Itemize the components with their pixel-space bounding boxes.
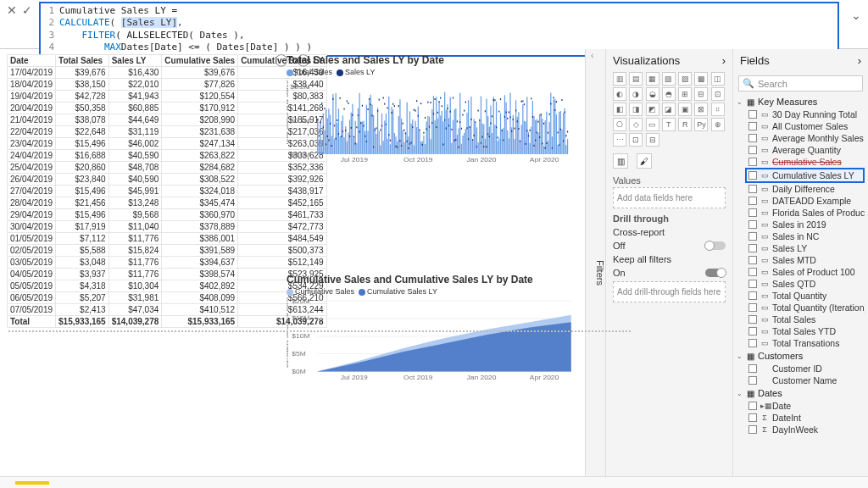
column-header[interactable]: Cumulative Sales: [162, 55, 238, 67]
values-well[interactable]: Add data fields here: [613, 187, 726, 208]
fields-tab-icon[interactable]: ▥: [613, 153, 628, 169]
viz-type-icon[interactable]: ◇: [629, 118, 643, 131]
field-item[interactable]: ΣDayInWeek: [737, 424, 865, 435]
chart-total-sales[interactable]: Total Sales and Sales LY by Date Total S…: [287, 54, 575, 269]
table-row[interactable]: 23/04/2019$15,496$46,002$247,134$263,038: [8, 138, 327, 150]
field-item[interactable]: ▭Average Quantity: [737, 144, 865, 156]
field-item[interactable]: ▭All Customer Sales: [737, 120, 865, 132]
field-item[interactable]: ▭Average Monthly Sales: [737, 132, 865, 144]
chart-cumulative[interactable]: Cumulative Sales and Cumulative Sales LY…: [287, 274, 575, 488]
viz-type-icon[interactable]: ▣: [678, 103, 692, 116]
field-item[interactable]: ▭Sales in NC: [737, 230, 865, 242]
field-group-header[interactable]: ⌄▦Customers: [737, 349, 865, 363]
chevron-right-icon[interactable]: ›: [722, 54, 726, 67]
viz-type-icon[interactable]: ▩: [694, 72, 708, 86]
viz-type-icon[interactable]: ⊡: [629, 133, 643, 147]
cancel-icon[interactable]: ✕: [7, 3, 17, 17]
table-row[interactable]: 28/04/2019$21,456$13,248$345,474$452,165: [8, 197, 327, 209]
cross-report-toggle[interactable]: [705, 241, 726, 250]
table-row[interactable]: 26/04/2019$23,840$40,590$308,522$392,926: [8, 174, 327, 186]
field-item[interactable]: ▭Daily Difference: [737, 183, 865, 195]
field-item[interactable]: ▭Sales of Product 100: [737, 266, 865, 278]
viz-type-icon[interactable]: ◐: [613, 87, 626, 101]
viz-type-icon[interactable]: ▨: [678, 72, 692, 86]
search-input[interactable]: 🔍Search: [738, 75, 863, 92]
viz-type-icon[interactable]: Py: [694, 118, 708, 131]
viz-type-icon[interactable]: ⊕: [711, 118, 725, 131]
field-item[interactable]: ▭30 Day Running Total: [737, 108, 865, 120]
viz-type-icon[interactable]: ⎔: [613, 118, 626, 131]
viz-type-icon[interactable]: ▧: [662, 72, 676, 86]
field-item[interactable]: ▭Sales MTD: [737, 254, 865, 266]
table-row[interactable]: 19/04/2019$42,728$41,943$120,554$80,383: [8, 91, 327, 103]
viz-type-icon[interactable]: ◪: [662, 103, 676, 116]
viz-type-icon[interactable]: ◒: [646, 87, 659, 101]
viz-type-icon[interactable]: ▤: [629, 72, 643, 86]
viz-type-icon[interactable]: ▦: [646, 72, 659, 86]
table-row[interactable]: 03/05/2019$3,048$11,776$394,637$512,149: [8, 257, 327, 269]
field-item[interactable]: Customer ID: [737, 363, 865, 374]
table-row[interactable]: 18/04/2019$38,150$22,010$77,826$38,440: [8, 79, 327, 91]
table-row[interactable]: 22/04/2019$22,648$31,119$231,638$217,036: [8, 126, 327, 138]
table-row[interactable]: 04/05/2019$3,937$11,776$398,574$523,925: [8, 269, 327, 280]
field-item[interactable]: ▭Total Sales: [737, 313, 865, 325]
field-item[interactable]: ▭Total Transations: [737, 337, 865, 349]
field-item[interactable]: ▭Florida Sales of Product 2 ...: [737, 207, 865, 219]
column-header[interactable]: Date: [8, 55, 56, 67]
table-row[interactable]: 17/04/2019$39,676$16,430$39,676$16,430: [8, 67, 327, 79]
viz-type-icon[interactable]: ▭: [646, 118, 659, 131]
table-row[interactable]: 29/04/2019$15,496$9,568$360,970$461,733: [8, 209, 327, 221]
viz-type-icon[interactable]: T: [662, 118, 676, 131]
field-item[interactable]: ΣDateInt: [737, 412, 865, 424]
commit-icon[interactable]: ✓: [22, 3, 32, 17]
viz-type-icon[interactable]: ◑: [629, 87, 643, 101]
table-row[interactable]: 01/05/2019$7,112$11,776$386,001$484,549: [8, 233, 327, 245]
drillthrough-well[interactable]: Add drill-through fields here: [613, 281, 726, 302]
viz-type-icon[interactable]: R: [678, 118, 692, 131]
field-item[interactable]: ▭Cumulative Sales LY: [745, 168, 865, 183]
viz-type-icon[interactable]: ⊟: [694, 87, 708, 101]
table-row[interactable]: 06/05/2019$5,207$31,981$408,099$566,210: [8, 292, 327, 304]
field-item[interactable]: ▭Total Sales YTD: [737, 325, 865, 337]
viz-type-icon[interactable]: ◨: [629, 103, 643, 116]
expand-formula-icon[interactable]: ⌄: [844, 0, 868, 30]
column-header[interactable]: Sales LY: [108, 55, 162, 67]
table-row[interactable]: 07/05/2019$2,413$47,034$410,512$613,244: [8, 304, 327, 316]
field-item[interactable]: ▭Total Quantity (Iteration): [737, 302, 865, 313]
field-item[interactable]: ▭Total Quantity: [737, 290, 865, 302]
viz-type-icon[interactable]: ⊡: [711, 87, 725, 101]
viz-type-icon[interactable]: ◓: [662, 87, 676, 101]
viz-type-icon[interactable]: ◩: [646, 103, 659, 116]
field-item[interactable]: Customer Name: [737, 374, 865, 386]
table-row[interactable]: 05/05/2019$4,318$10,304$402,892$534,229: [8, 280, 327, 292]
viz-type-icon[interactable]: ⊟: [646, 133, 659, 147]
viz-type-icon[interactable]: ⊠: [694, 103, 708, 116]
table-row[interactable]: 21/04/2019$38,078$44,649$208,990$185,917: [8, 114, 327, 126]
viz-type-icon[interactable]: ◧: [613, 103, 626, 116]
table-row[interactable]: 02/05/2019$5,588$15,824$391,589$500,373: [8, 245, 327, 257]
data-table-visual[interactable]: DateTotal SalesSales LYCumulative SalesC…: [7, 54, 278, 488]
field-item[interactable]: ▭Sales QTD: [737, 278, 865, 290]
table-row[interactable]: 27/04/2019$15,496$45,991$324,018$438,917: [8, 186, 327, 197]
viz-type-icon[interactable]: ▥: [613, 72, 626, 86]
field-group-header[interactable]: ⌄▦Dates: [737, 386, 865, 400]
field-item[interactable]: ▭Sales LY: [737, 242, 865, 254]
table-row[interactable]: 30/04/2019$17,919$11,040$378,889$472,773: [8, 221, 327, 233]
filters-panel-collapsed[interactable]: Filters: [585, 49, 605, 488]
keep-filters-toggle[interactable]: [705, 269, 726, 277]
viz-type-icon[interactable]: ⌗: [711, 103, 725, 116]
field-item[interactable]: ▭Sales in 2019: [737, 219, 865, 230]
table-row[interactable]: 24/04/2019$16,688$40,590$263,822$303,628: [8, 150, 327, 162]
field-group-header[interactable]: ⌄▦Key Measures: [737, 95, 865, 108]
viz-type-icon[interactable]: ⊞: [678, 87, 692, 101]
table-row[interactable]: 20/04/2019$50,358$60,885$170,912$141,268: [8, 103, 327, 114]
viz-type-icon[interactable]: ⋯: [613, 133, 626, 147]
field-item[interactable]: ▭DATEADD Example: [737, 195, 865, 207]
table-row[interactable]: 25/04/2019$20,860$48,708$284,682$352,336: [8, 162, 327, 174]
column-header[interactable]: Total Sales: [56, 55, 109, 67]
viz-type-icon[interactable]: ◫: [711, 72, 725, 86]
field-item[interactable]: ▸▦Date: [737, 400, 865, 412]
format-tab-icon[interactable]: 🖌: [637, 153, 652, 169]
chevron-right-icon[interactable]: ›: [858, 54, 861, 67]
field-item[interactable]: ▭Cumulative Sales: [737, 156, 865, 168]
